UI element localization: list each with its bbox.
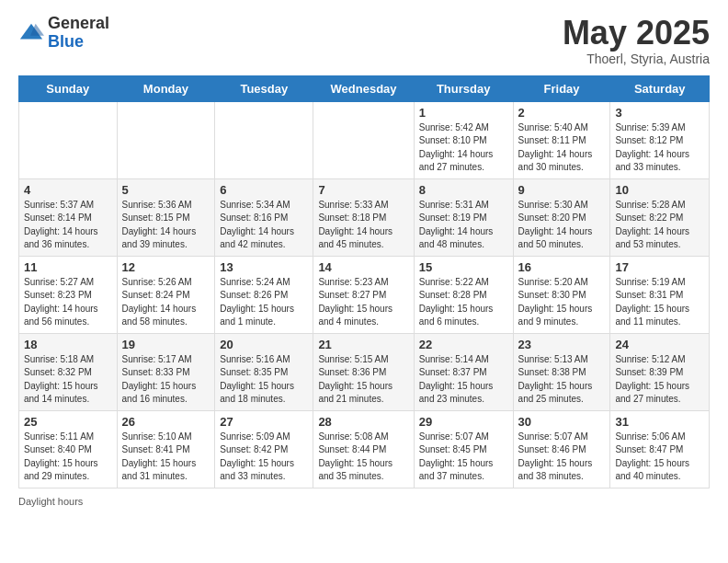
day-number: 7 — [318, 183, 408, 197]
calendar-cell: 19Sunrise: 5:17 AM Sunset: 8:33 PM Dayli… — [117, 333, 215, 410]
logo: General Blue — [18, 15, 109, 52]
calendar-week-1: 1Sunrise: 5:42 AM Sunset: 8:10 PM Daylig… — [19, 101, 710, 178]
calendar-cell: 2Sunrise: 5:40 AM Sunset: 8:11 PM Daylig… — [513, 101, 610, 178]
day-info: Sunrise: 5:40 AM Sunset: 8:11 PM Dayligh… — [518, 121, 606, 175]
day-info: Sunrise: 5:07 AM Sunset: 8:46 PM Dayligh… — [518, 431, 606, 484]
calendar-cell: 3Sunrise: 5:39 AM Sunset: 8:12 PM Daylig… — [610, 101, 710, 178]
calendar-cell: 1Sunrise: 5:42 AM Sunset: 8:10 PM Daylig… — [414, 101, 513, 178]
day-header-sunday: Sunday — [19, 75, 118, 101]
day-number: 14 — [318, 260, 408, 274]
calendar-cell — [117, 101, 215, 178]
header: General Blue May 2025 Thoerl, Styria, Au… — [18, 15, 710, 66]
day-number: 25 — [24, 415, 112, 429]
calendar-cell: 14Sunrise: 5:23 AM Sunset: 8:27 PM Dayli… — [313, 256, 414, 333]
calendar-cell: 28Sunrise: 5:08 AM Sunset: 8:44 PM Dayli… — [313, 410, 414, 488]
logo-general: General — [48, 15, 109, 33]
day-header-friday: Friday — [513, 75, 610, 101]
day-number: 24 — [615, 338, 704, 351]
day-number: 21 — [318, 338, 408, 351]
footer: Daylight hours — [18, 496, 710, 507]
day-info: Sunrise: 5:16 AM Sunset: 8:35 PM Dayligh… — [220, 353, 308, 407]
day-number: 29 — [419, 415, 508, 429]
day-info: Sunrise: 5:27 AM Sunset: 8:23 PM Dayligh… — [24, 276, 112, 329]
day-number: 19 — [122, 338, 210, 351]
day-info: Sunrise: 5:28 AM Sunset: 8:22 PM Dayligh… — [615, 199, 704, 252]
month-title: May 2025 — [563, 15, 710, 52]
calendar-cell: 5Sunrise: 5:36 AM Sunset: 8:15 PM Daylig… — [117, 178, 215, 256]
day-number: 18 — [24, 338, 112, 351]
title-block: May 2025 Thoerl, Styria, Austria — [563, 15, 710, 66]
day-info: Sunrise: 5:14 AM Sunset: 8:37 PM Dayligh… — [419, 353, 508, 407]
calendar-cell — [215, 101, 313, 178]
day-number: 3 — [615, 106, 704, 120]
day-number: 20 — [220, 338, 308, 351]
calendar-cell: 31Sunrise: 5:06 AM Sunset: 8:47 PM Dayli… — [610, 410, 710, 488]
subtitle: Thoerl, Styria, Austria — [563, 52, 710, 66]
day-info: Sunrise: 5:36 AM Sunset: 8:15 PM Dayligh… — [122, 199, 210, 252]
calendar-cell: 23Sunrise: 5:13 AM Sunset: 8:38 PM Dayli… — [513, 333, 610, 410]
day-number: 4 — [24, 183, 112, 197]
day-info: Sunrise: 5:10 AM Sunset: 8:41 PM Dayligh… — [122, 431, 210, 484]
day-number: 6 — [220, 183, 308, 197]
day-info: Sunrise: 5:23 AM Sunset: 8:27 PM Dayligh… — [318, 276, 408, 329]
day-number: 8 — [419, 183, 508, 197]
calendar-week-2: 4Sunrise: 5:37 AM Sunset: 8:14 PM Daylig… — [19, 178, 710, 256]
day-number: 23 — [518, 338, 606, 351]
day-header-wednesday: Wednesday — [313, 75, 414, 101]
day-number: 16 — [518, 260, 606, 274]
calendar-cell: 29Sunrise: 5:07 AM Sunset: 8:45 PM Dayli… — [414, 410, 513, 488]
day-number: 27 — [220, 415, 308, 429]
day-number: 31 — [615, 415, 704, 429]
calendar-week-4: 18Sunrise: 5:18 AM Sunset: 8:32 PM Dayli… — [19, 333, 710, 410]
day-number: 26 — [122, 415, 210, 429]
day-header-saturday: Saturday — [610, 75, 710, 101]
day-info: Sunrise: 5:08 AM Sunset: 8:44 PM Dayligh… — [318, 431, 408, 484]
logo-text: General Blue — [48, 15, 109, 52]
day-info: Sunrise: 5:11 AM Sunset: 8:40 PM Dayligh… — [24, 431, 112, 484]
calendar-table: SundayMondayTuesdayWednesdayThursdayFrid… — [18, 75, 710, 488]
calendar-week-3: 11Sunrise: 5:27 AM Sunset: 8:23 PM Dayli… — [19, 256, 710, 333]
calendar-cell: 20Sunrise: 5:16 AM Sunset: 8:35 PM Dayli… — [215, 333, 313, 410]
calendar-cell: 11Sunrise: 5:27 AM Sunset: 8:23 PM Dayli… — [19, 256, 118, 333]
day-info: Sunrise: 5:20 AM Sunset: 8:30 PM Dayligh… — [518, 276, 606, 329]
day-number: 28 — [318, 415, 408, 429]
day-number: 13 — [220, 260, 308, 274]
calendar-cell: 24Sunrise: 5:12 AM Sunset: 8:39 PM Dayli… — [610, 333, 710, 410]
day-info: Sunrise: 5:39 AM Sunset: 8:12 PM Dayligh… — [615, 121, 704, 175]
day-number: 30 — [518, 415, 606, 429]
day-number: 10 — [615, 183, 704, 197]
day-number: 11 — [24, 260, 112, 274]
calendar-cell: 9Sunrise: 5:30 AM Sunset: 8:20 PM Daylig… — [513, 178, 610, 256]
day-info: Sunrise: 5:37 AM Sunset: 8:14 PM Dayligh… — [24, 199, 112, 252]
calendar-cell: 13Sunrise: 5:24 AM Sunset: 8:26 PM Dayli… — [215, 256, 313, 333]
day-info: Sunrise: 5:22 AM Sunset: 8:28 PM Dayligh… — [419, 276, 508, 329]
day-info: Sunrise: 5:07 AM Sunset: 8:45 PM Dayligh… — [419, 431, 508, 484]
day-info: Sunrise: 5:42 AM Sunset: 8:10 PM Dayligh… — [419, 121, 508, 175]
logo-icon — [18, 20, 44, 46]
day-number: 15 — [419, 260, 508, 274]
day-info: Sunrise: 5:31 AM Sunset: 8:19 PM Dayligh… — [419, 199, 508, 252]
day-info: Sunrise: 5:15 AM Sunset: 8:36 PM Dayligh… — [318, 353, 408, 407]
calendar-header-row: SundayMondayTuesdayWednesdayThursdayFrid… — [19, 75, 710, 101]
calendar-cell: 17Sunrise: 5:19 AM Sunset: 8:31 PM Dayli… — [610, 256, 710, 333]
day-info: Sunrise: 5:26 AM Sunset: 8:24 PM Dayligh… — [122, 276, 210, 329]
calendar-cell: 21Sunrise: 5:15 AM Sunset: 8:36 PM Dayli… — [313, 333, 414, 410]
day-number: 2 — [518, 106, 606, 120]
page: General Blue May 2025 Thoerl, Styria, Au… — [0, 0, 728, 525]
calendar-cell: 10Sunrise: 5:28 AM Sunset: 8:22 PM Dayli… — [610, 178, 710, 256]
day-number: 22 — [419, 338, 508, 351]
calendar-week-5: 25Sunrise: 5:11 AM Sunset: 8:40 PM Dayli… — [19, 410, 710, 488]
day-number: 9 — [518, 183, 606, 197]
calendar-cell: 16Sunrise: 5:20 AM Sunset: 8:30 PM Dayli… — [513, 256, 610, 333]
day-header-thursday: Thursday — [414, 75, 513, 101]
calendar-cell: 7Sunrise: 5:33 AM Sunset: 8:18 PM Daylig… — [313, 178, 414, 256]
day-info: Sunrise: 5:33 AM Sunset: 8:18 PM Dayligh… — [318, 199, 408, 252]
day-info: Sunrise: 5:19 AM Sunset: 8:31 PM Dayligh… — [615, 276, 704, 329]
day-number: 12 — [122, 260, 210, 274]
calendar-cell: 26Sunrise: 5:10 AM Sunset: 8:41 PM Dayli… — [117, 410, 215, 488]
calendar-cell: 6Sunrise: 5:34 AM Sunset: 8:16 PM Daylig… — [215, 178, 313, 256]
day-info: Sunrise: 5:13 AM Sunset: 8:38 PM Dayligh… — [518, 353, 606, 407]
calendar-cell: 12Sunrise: 5:26 AM Sunset: 8:24 PM Dayli… — [117, 256, 215, 333]
day-info: Sunrise: 5:24 AM Sunset: 8:26 PM Dayligh… — [220, 276, 308, 329]
day-info: Sunrise: 5:30 AM Sunset: 8:20 PM Dayligh… — [518, 199, 606, 252]
